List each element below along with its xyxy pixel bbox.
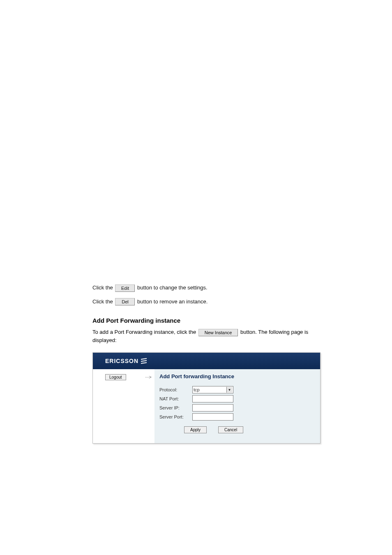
row-server-port: Server Port: (159, 413, 314, 421)
new-instance-button-sample: New Instance (198, 329, 238, 336)
ericsson-icon (141, 358, 147, 364)
server-ip-input[interactable] (192, 404, 233, 412)
text: button to change the settings. (137, 284, 208, 291)
text: button to remove an instance. (137, 298, 208, 305)
protocol-value: tcp (194, 387, 200, 392)
protocol-select[interactable]: tcp ▼ (192, 386, 233, 393)
server-port-input[interactable] (192, 413, 233, 421)
section-title: Add Port Forwarding instance (92, 317, 392, 324)
apply-button[interactable]: Apply (184, 426, 207, 433)
logout-button[interactable]: Logout (105, 374, 126, 380)
cancel-button[interactable]: Cancel (218, 426, 243, 433)
brand-text: ERICSSON (105, 358, 138, 364)
breadcrumb-arrow-icon: ···> (142, 369, 154, 443)
row-protocol: Protocol: tcp ▼ (159, 386, 314, 393)
row-nat-port: NAT Port: (159, 395, 314, 402)
row-server-ip: Server IP: (159, 404, 314, 412)
page-title: Add Port forwarding Instance (159, 373, 314, 379)
nat-port-label: NAT Port: (159, 396, 192, 401)
server-ip-label: Server IP: (159, 405, 192, 410)
del-button-sample: Del (115, 298, 135, 305)
chevron-down-icon: ▼ (226, 387, 232, 393)
button-row: Apply Cancel (184, 426, 314, 433)
text: Click the (92, 298, 114, 305)
protocol-label: Protocol: (159, 387, 192, 392)
server-port-label: Server Port: (159, 414, 192, 419)
edit-button-sample: Edit (115, 284, 135, 292)
text: To add a Port Forwarding instance, click… (92, 329, 198, 335)
nat-port-input[interactable] (192, 395, 233, 402)
brand-logo: ERICSSON (105, 358, 147, 364)
app-header: ERICSSON (93, 353, 320, 369)
text: Click the (92, 284, 114, 291)
screenshot-panel: ERICSSON Logout ···> Add Port forwarding… (92, 352, 321, 444)
sidebar: Logout (93, 369, 142, 443)
main-panel: Add Port forwarding Instance Protocol: t… (154, 369, 320, 443)
